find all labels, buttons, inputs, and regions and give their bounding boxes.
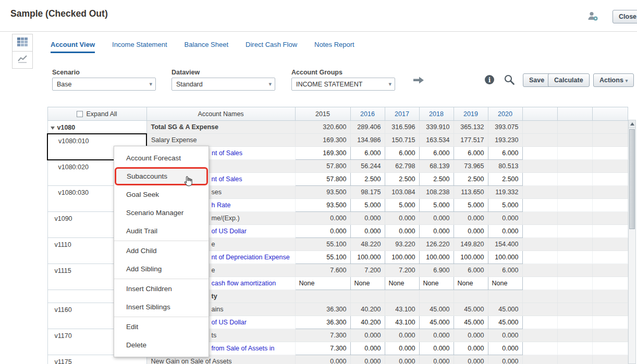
value-cell[interactable] — [295, 290, 350, 303]
value-cell[interactable]: 154.400 — [488, 238, 522, 251]
value-cell[interactable]: 100.000 — [385, 251, 419, 264]
value-cell[interactable]: 56.244 — [350, 160, 385, 173]
year-column-header-2018[interactable]: 2018 — [419, 107, 454, 121]
grid-view-button[interactable] — [12, 34, 33, 52]
value-cell[interactable]: 6.000 — [385, 147, 419, 160]
value-cell[interactable]: 0.000 — [454, 355, 488, 364]
value-cell[interactable]: 6.000 — [454, 264, 488, 277]
value-cell[interactable]: 62.798 — [385, 160, 419, 173]
value-cell[interactable]: 0.000 — [419, 342, 454, 355]
value-cell[interactable]: 40.200 — [350, 303, 385, 316]
value-cell[interactable]: 134.986 — [350, 134, 385, 147]
value-cell[interactable]: 0.000 — [385, 342, 419, 355]
menu-item-goal-seek[interactable]: Goal Seek — [114, 185, 209, 204]
value-cell[interactable]: 0.000 — [454, 212, 488, 225]
search-icon[interactable] — [504, 74, 515, 87]
value-cell[interactable]: 45.000 — [419, 316, 454, 329]
scroll-up-button[interactable] — [629, 120, 635, 128]
value-cell[interactable]: 0.000 — [419, 225, 454, 238]
value-cell[interactable]: 163.534 — [419, 134, 454, 147]
value-cell[interactable]: 7.200 — [385, 264, 419, 277]
value-cell[interactable]: 0.000 — [350, 342, 385, 355]
value-cell[interactable]: 0.000 — [419, 329, 454, 342]
value-cell[interactable]: 93.220 — [385, 238, 419, 251]
account-code-cell[interactable]: v1080 — [47, 121, 146, 134]
value-cell[interactable]: 119.332 — [488, 186, 522, 199]
value-cell[interactable]: 150.715 — [385, 134, 419, 147]
value-cell[interactable]: 169.300 — [295, 134, 350, 147]
value-cell[interactable]: 0.000 — [419, 212, 454, 225]
year-column-header-2017[interactable]: 2017 — [385, 107, 419, 121]
value-cell[interactable]: 0.000 — [488, 355, 522, 364]
tab-account-view[interactable]: Account View — [51, 41, 95, 53]
value-cell[interactable]: 5.000 — [385, 199, 419, 212]
value-cell[interactable]: 0.000 — [350, 329, 385, 342]
scenario-select[interactable]: Base ▾ — [52, 78, 156, 91]
value-cell[interactable]: 2.500 — [488, 173, 522, 186]
value-cell[interactable]: 55.100 — [295, 251, 350, 264]
value-cell[interactable]: 0.000 — [385, 212, 419, 225]
value-cell[interactable]: 100.000 — [488, 251, 522, 264]
value-cell[interactable]: None — [385, 277, 419, 290]
value-cell[interactable]: 5.000 — [454, 199, 488, 212]
save-button[interactable]: Save — [523, 73, 550, 87]
value-cell[interactable]: 320.600 — [295, 121, 350, 134]
value-cell[interactable]: 0.000 — [488, 329, 522, 342]
value-cell[interactable]: 45.000 — [454, 303, 488, 316]
tab-direct-cash-flow[interactable]: Direct Cash Flow — [246, 41, 297, 52]
tab-balance-sheet[interactable]: Balance Sheet — [185, 41, 229, 52]
value-cell[interactable]: 7.300 — [295, 342, 350, 355]
value-cell[interactable] — [350, 290, 385, 303]
value-cell[interactable]: 93.500 — [295, 199, 350, 212]
value-cell[interactable]: 57.800 — [295, 173, 350, 186]
menu-item-edit[interactable]: Edit — [114, 318, 209, 336]
value-cell[interactable]: 6.900 — [419, 264, 454, 277]
value-cell[interactable]: 45.000 — [488, 303, 522, 316]
value-cell[interactable]: 149.820 — [454, 238, 488, 251]
value-cell[interactable]: 36.300 — [295, 316, 350, 329]
value-cell[interactable]: 0.000 — [385, 329, 419, 342]
value-cell[interactable]: 0.000 — [454, 225, 488, 238]
value-cell[interactable]: 0.000 — [295, 355, 350, 364]
value-cell[interactable]: 0.000 — [488, 225, 522, 238]
value-cell[interactable]: 98.175 — [350, 186, 385, 199]
value-cell[interactable]: 2.500 — [454, 173, 488, 186]
value-cell[interactable]: 55.100 — [295, 238, 350, 251]
value-cell[interactable]: 339.910 — [419, 121, 454, 134]
menu-item-account-forecast[interactable]: Account Forecast — [114, 149, 209, 167]
menu-item-add-child[interactable]: Add Child — [114, 242, 209, 260]
value-cell[interactable]: 103.084 — [385, 186, 419, 199]
value-cell[interactable]: 0.000 — [350, 212, 385, 225]
menu-item-insert-children[interactable]: Insert Children — [114, 280, 209, 298]
calculate-button[interactable]: Calculate — [548, 73, 590, 87]
value-cell[interactable]: 365.132 — [454, 121, 488, 134]
value-cell[interactable]: 6.000 — [454, 147, 488, 160]
value-cell[interactable]: 2.500 — [385, 173, 419, 186]
value-cell[interactable]: None — [295, 277, 350, 290]
year-column-header-2019[interactable]: 2019 — [454, 107, 488, 121]
value-cell[interactable]: 0.000 — [295, 225, 350, 238]
value-cell[interactable]: 0.000 — [385, 355, 419, 364]
tab-notes-report[interactable]: Notes Report — [314, 41, 354, 52]
expand-all-checkbox[interactable] — [77, 111, 83, 117]
value-cell[interactable] — [488, 290, 522, 303]
value-cell[interactable]: 5.000 — [419, 199, 454, 212]
value-cell[interactable]: 100.000 — [454, 251, 488, 264]
value-cell[interactable]: 6.000 — [488, 147, 522, 160]
value-cell[interactable]: 289.406 — [350, 121, 385, 134]
menu-item-insert-siblings[interactable]: Insert Siblings — [114, 298, 209, 316]
menu-item-delete[interactable]: Delete — [114, 336, 209, 354]
dataview-select[interactable]: Standard ▾ — [172, 78, 275, 91]
expand-triangle-icon[interactable] — [51, 127, 55, 130]
value-cell[interactable]: 43.100 — [385, 316, 419, 329]
value-cell[interactable]: 6.000 — [350, 147, 385, 160]
value-cell[interactable]: 393.075 — [488, 121, 522, 134]
tab-income-statement[interactable]: Income Statement — [112, 41, 167, 52]
value-cell[interactable]: 100.000 — [350, 251, 385, 264]
value-cell[interactable]: None — [350, 277, 385, 290]
menu-item-scenario-manager[interactable]: Scenario Manager — [114, 204, 209, 222]
value-cell[interactable]: 40.200 — [350, 316, 385, 329]
value-cell[interactable]: 7.300 — [295, 329, 350, 342]
value-cell[interactable]: 45.000 — [488, 316, 522, 329]
value-cell[interactable]: 0.000 — [385, 225, 419, 238]
